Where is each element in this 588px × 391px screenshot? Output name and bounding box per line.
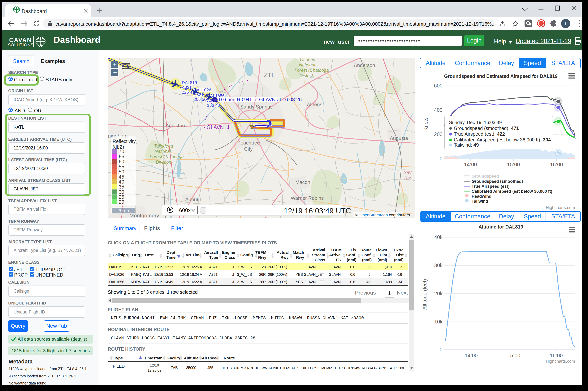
- svg-text:400: 400: [434, 107, 443, 113]
- svg-text:Altitude for DAL819: Altitude for DAL819: [478, 224, 523, 229]
- svg-text:70: 70: [119, 149, 124, 154]
- svg-text:Groundspeed (smoothed): Groundspeed (smoothed): [472, 179, 523, 184]
- svg-text:Warner Robins: Warner Robins: [291, 195, 324, 201]
- svg-text:166 48: 166 48: [207, 103, 220, 108]
- svg-text:20: 20: [119, 199, 124, 205]
- svg-text:Sunday, Dec 19, 16:03:49: Sunday, Dec 19, 16:03:49: [449, 120, 502, 125]
- svg-text:0: 0: [440, 347, 443, 353]
- svg-text:15:00: 15:00: [507, 162, 520, 168]
- svg-text:National: National: [299, 62, 315, 67]
- svg-text:Groundspeed: Groundspeed: [472, 174, 499, 179]
- svg-text:Tailwind: Tailwind: [472, 199, 488, 204]
- svg-text:Highcharts.com: Highcharts.com: [546, 205, 575, 210]
- svg-text:60: 60: [119, 159, 124, 164]
- svg-text:GLAVN_J: GLAVN_J: [207, 124, 229, 130]
- svg-text:206 50: 206 50: [194, 97, 206, 102]
- svg-text:Montgomery: Montgomery: [130, 213, 159, 218]
- svg-text:40k: 40k: [434, 234, 443, 240]
- svg-text:Talladega: Talladega: [154, 144, 173, 149]
- svg-text:Riv: Riv: [404, 175, 411, 180]
- svg-text:Reflectivity: Reflectivity: [113, 139, 136, 144]
- svg-text:15:00: 15:00: [507, 353, 520, 359]
- svg-text:−: −: [113, 69, 117, 76]
- svg-text:12/19 16:03:49 UTC: 12/19 16:03:49 UTC: [284, 207, 351, 215]
- svg-text:16:00: 16:00: [550, 353, 563, 359]
- svg-text:20k: 20k: [434, 291, 443, 296]
- svg-text:Forest (Talladega: Forest (Talladega: [150, 154, 184, 159]
- svg-text:Macon: Macon: [295, 179, 310, 185]
- svg-text:Knots: Knots: [423, 117, 429, 130]
- svg-text:Auburn: Auburn: [185, 196, 201, 202]
- svg-text:Calibrated Airspeed (est below: Calibrated Airspeed (est below 36,000 ft…: [454, 137, 551, 142]
- svg-text:30k: 30k: [434, 263, 443, 268]
- svg-text:Sandy Springs: Sandy Springs: [240, 104, 273, 110]
- svg-text:National: National: [155, 149, 171, 154]
- svg-text:200: 200: [434, 131, 443, 137]
- svg-text:10k: 10k: [434, 319, 443, 325]
- svg-text:Highcharts.com: Highcharts.com: [546, 359, 575, 364]
- svg-text:Oconee: Oconee: [300, 58, 315, 62]
- svg-text:600x: 600x: [179, 207, 191, 213]
- svg-text:14:00: 14:00: [464, 162, 477, 168]
- svg-text:© OpenStreetMap contributors.: © OpenStreetMap contributors.: [355, 213, 411, 217]
- svg-text:600: 600: [434, 83, 443, 89]
- svg-text:Anniston: Anniston: [166, 123, 185, 128]
- svg-text:Augusta: Augusta: [390, 135, 408, 141]
- svg-text:Athens: Athens: [307, 102, 322, 107]
- svg-text:Anderson: Anderson: [354, 62, 375, 68]
- svg-text:Forest (Chatooga: Forest (Chatooga: [295, 68, 329, 73]
- svg-text:14:00: 14:00: [465, 353, 478, 359]
- svg-text:Altitude (feet): Altitude (feet): [422, 279, 428, 310]
- svg-text:District): District): [300, 73, 315, 78]
- svg-text:ZTL: ZTL: [264, 72, 275, 79]
- svg-text:Groundspeed and Estimated Airs: Groundspeed and Estimated Airspeed for D…: [444, 74, 558, 79]
- svg-text:Division): Division): [156, 160, 173, 165]
- svg-text:True Airspeed (est): True Airspeed (est): [472, 184, 510, 189]
- svg-text:0: 0: [440, 156, 443, 162]
- svg-text:DAL819: DAL819: [182, 80, 197, 85]
- svg-text:Calibrated Airspeed (est below: Calibrated Airspeed (est below 36,000 ft…: [472, 189, 552, 194]
- svg-text:A321: A321: [182, 85, 192, 90]
- svg-text:Headwind: Headwind: [472, 194, 491, 199]
- svg-text:35: 35: [119, 184, 124, 190]
- svg-text:Sav: Sav: [403, 170, 412, 175]
- svg-text:True Airspeed (est): 422: True Airspeed (est): 422: [454, 131, 505, 137]
- svg-text:16:00: 16:00: [550, 162, 563, 168]
- svg-text:20 nm: 20 nm: [118, 208, 130, 213]
- svg-text:Groundspeed (smoothed): 471: Groundspeed (smoothed): 471: [454, 125, 519, 131]
- svg-text:City: City: [244, 146, 253, 152]
- svg-text:0.6 nmi RIGHT of GLAVN at 16:0: 0.6 nmi RIGHT of GLAVN at 16:08:26: [219, 97, 302, 102]
- svg-text:Peachtree: Peachtree: [237, 140, 260, 146]
- svg-text:50: 50: [119, 169, 124, 175]
- svg-text:Tailwind: 49: Tailwind: 49: [454, 142, 479, 148]
- svg-text:+: +: [113, 61, 117, 68]
